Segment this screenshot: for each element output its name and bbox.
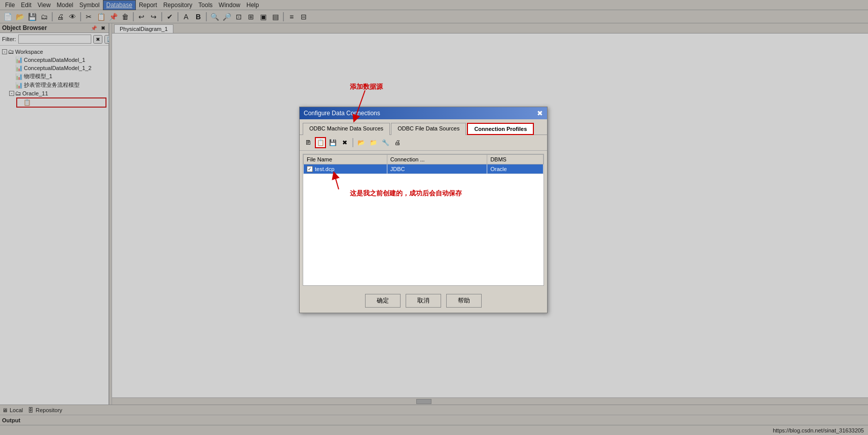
col-connection[interactable]: Connection ... (387, 155, 487, 164)
modal-ok-button[interactable]: 确定 (365, 294, 401, 308)
modal-table-wrapper: File Name Connection ... DBMS ✓ test.dcp (303, 154, 544, 286)
col-dbms[interactable]: DBMS (487, 155, 544, 164)
modal-btn-new[interactable]: 🖹 (303, 137, 314, 148)
row-checkbox[interactable]: ✓ (307, 166, 313, 172)
modal-btn-save[interactable]: 💾 (327, 137, 338, 148)
cell-file-name: ✓ test.dcp (304, 164, 387, 174)
modal-title: Configure Data Connections (304, 110, 380, 117)
tab-connection-profiles[interactable]: Connection Profiles (467, 123, 534, 135)
modal-titlebar: Configure Data Connections ✖ (300, 107, 547, 119)
modal-cancel-button[interactable]: 取消 (406, 294, 441, 308)
tab-odbc-file[interactable]: ODBC File Data Sources (391, 123, 466, 135)
modal-overlay: Configure Data Connections ✖ ODBC Machin… (0, 0, 868, 435)
modal-btn-test[interactable]: 🖨 (392, 137, 403, 148)
table-row[interactable]: ✓ test.dcp JDBC Oracle (304, 164, 544, 174)
modal-buttons: 确定 取消 帮助 (300, 289, 547, 313)
modal-table: File Name Connection ... DBMS ✓ test.dcp (303, 154, 544, 174)
modal-dialog: Configure Data Connections ✖ ODBC Machin… (299, 107, 548, 313)
modal-sep1 (352, 138, 353, 147)
modal-btn-browse[interactable]: 📁 (368, 137, 379, 148)
modal-btn-edit[interactable]: 📋 (315, 137, 326, 148)
tab-odbc-machine[interactable]: ODBC Machine Data Sources (303, 123, 390, 135)
cell-dbms: Oracle (487, 164, 544, 174)
modal-btn-configure[interactable]: 🔧 (380, 137, 391, 148)
file-name-value: test.dcp (315, 166, 335, 172)
modal-btn-delete[interactable]: ✖ (339, 137, 350, 148)
modal-tabs: ODBC Machine Data Sources ODBC File Data… (300, 119, 547, 135)
cell-connection: JDBC (387, 164, 487, 174)
modal-help-button[interactable]: 帮助 (446, 294, 482, 308)
col-file-name[interactable]: File Name (304, 155, 387, 164)
modal-btn-open[interactable]: 📂 (355, 137, 367, 148)
modal-close-button[interactable]: ✖ (537, 109, 543, 117)
modal-toolbar: 🖹 📋 💾 ✖ 📂 📁 🔧 🖨 (300, 135, 547, 151)
